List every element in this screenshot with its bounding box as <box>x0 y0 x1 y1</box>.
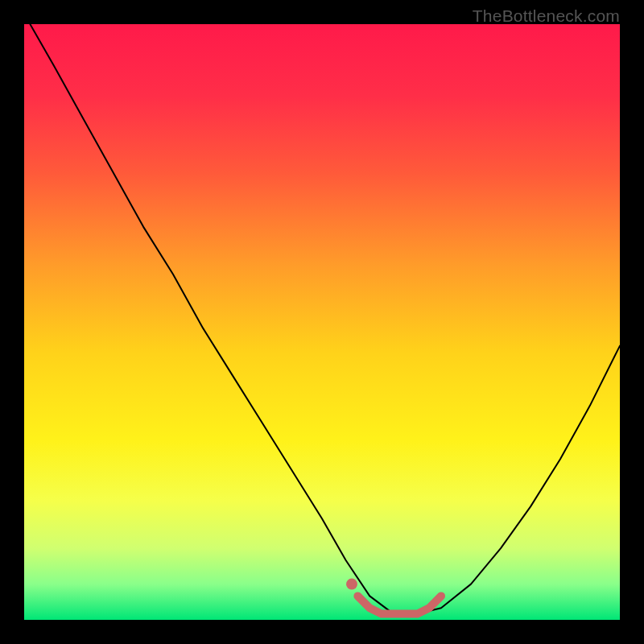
chart-svg <box>24 24 620 620</box>
chart-background <box>24 24 620 620</box>
chart-container: TheBottleneck.com <box>0 0 644 644</box>
plot-area <box>24 24 620 620</box>
watermark-text: TheBottleneck.com <box>473 6 620 26</box>
highlight-dot <box>346 579 357 590</box>
